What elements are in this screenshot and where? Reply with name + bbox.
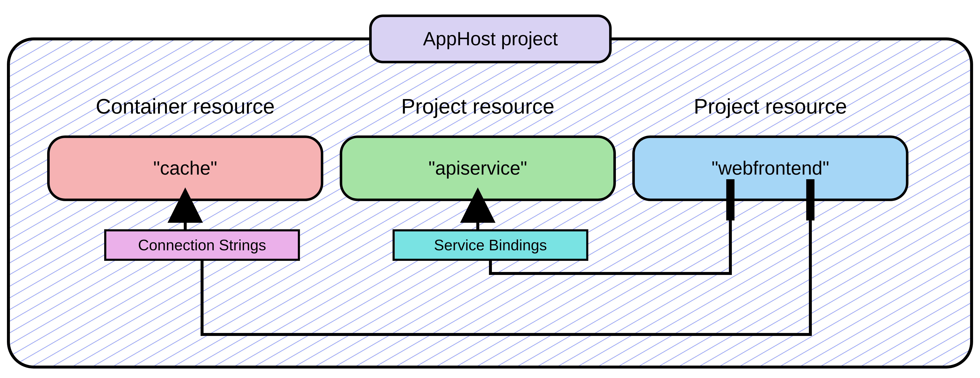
heading-project-resource-api: Project resource (401, 94, 554, 118)
heading-container-resource: Container resource (96, 94, 275, 118)
connection-strings-label: Connection Strings (138, 237, 266, 254)
apphost-diagram: AppHost project Container resource Proje… (0, 0, 980, 378)
node-webfrontend-label: "webfrontend" (711, 157, 829, 179)
apphost-title-label: AppHost project (423, 28, 558, 49)
node-cache-label: "cache" (153, 157, 217, 179)
link-service-bindings: Service Bindings (394, 230, 587, 260)
apphost-title-box: AppHost project (371, 16, 610, 62)
apphost-container (8, 39, 972, 367)
node-apiservice-label: "apiservice" (428, 157, 527, 179)
service-bindings-label: Service Bindings (434, 237, 547, 254)
heading-project-resource-web: Project resource (694, 94, 847, 118)
node-webfrontend: "webfrontend" (633, 137, 907, 200)
link-connection-strings: Connection Strings (105, 230, 299, 260)
node-apiservice: "apiservice" (341, 137, 615, 200)
node-cache: "cache" (48, 137, 322, 200)
